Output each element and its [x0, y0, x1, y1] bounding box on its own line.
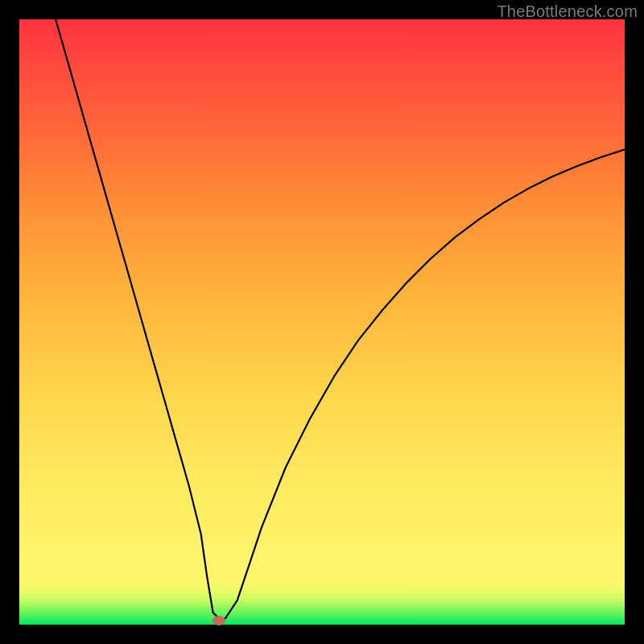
- bottleneck-curve: [19, 19, 625, 625]
- optimal-point-marker: [213, 616, 225, 625]
- chart-frame: TheBottleneck.com: [0, 0, 644, 644]
- site-watermark: TheBottleneck.com: [497, 2, 638, 21]
- curve-path: [56, 19, 625, 619]
- plot-area: [19, 19, 625, 625]
